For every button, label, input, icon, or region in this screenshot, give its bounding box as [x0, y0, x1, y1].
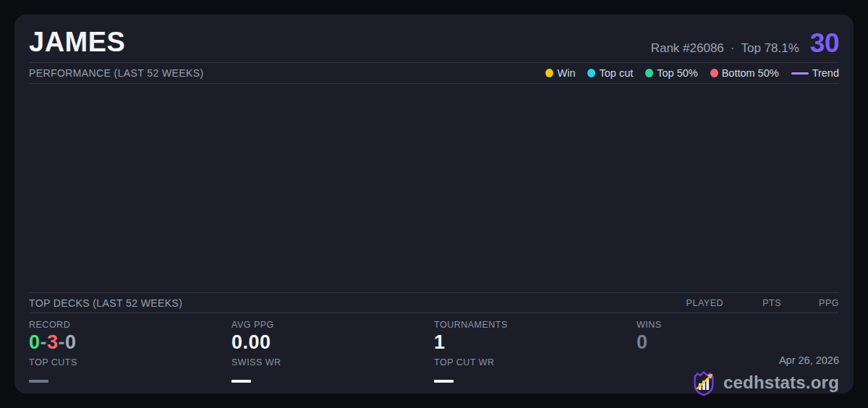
player-stats-card: JAMES Rank #26086 · Top 78.1% 30 PERFORM…	[14, 14, 854, 394]
rank-label: Rank #26086	[651, 41, 724, 56]
stats-grid: RECORD 0-3-0 TOP CUTS AVG PPG 0.00 SWISS…	[29, 313, 839, 394]
top-cut-dot-icon	[587, 69, 595, 77]
performance-title: PERFORMANCE (LAST 52 WEEKS)	[29, 67, 204, 79]
card-footer: Apr 26, 2026 cedhstats.org	[690, 354, 839, 396]
card-header: JAMES Rank #26086 · Top 78.1% 30	[14, 14, 854, 62]
record-label: RECORD	[29, 320, 70, 330]
top-cuts-label: TOP CUTS	[29, 357, 77, 367]
dot-separator: ·	[731, 41, 735, 56]
win-dot-icon	[545, 69, 553, 77]
legend-item-bottom-50[interactable]: Bottom 50%	[710, 67, 779, 79]
top-cut-wr-empty-value	[434, 380, 454, 383]
tournaments-label: TOURNAMENTS	[434, 320, 508, 330]
avg-ppg-label: AVG PPG	[231, 320, 274, 330]
legend-label-trend: Trend	[812, 67, 839, 79]
top-decks-column-headers: PLAYED PTS PPG	[665, 298, 839, 308]
top-cuts-empty-value	[29, 380, 48, 383]
top-percent-label: Top 78.1%	[741, 41, 799, 56]
legend-label-top-cut: Top cut	[599, 67, 633, 79]
performance-chart-area	[14, 84, 854, 292]
stat-avg-ppg: AVG PPG 0.00 SWISS WR	[231, 313, 434, 394]
record-value: 0-3-0	[29, 333, 77, 352]
legend-item-win[interactable]: Win	[545, 67, 575, 79]
player-score: 30	[810, 32, 839, 54]
legend-item-trend[interactable]: Trend	[791, 67, 839, 79]
page-title: JAMES	[29, 28, 125, 56]
column-header-pts: PTS	[723, 298, 781, 308]
avg-ppg-value: 0.00	[231, 333, 271, 352]
bottom-50-dot-icon	[710, 69, 718, 77]
legend-label-win: Win	[557, 67, 575, 79]
wins-value: 0	[637, 333, 648, 352]
brand-row[interactable]: cedhstats.org	[690, 369, 839, 396]
top-50-dot-icon	[645, 69, 653, 77]
column-header-ppg: PPG	[781, 298, 839, 308]
swiss-wr-empty-value	[231, 380, 251, 383]
footer-date: Apr 26, 2026	[690, 354, 839, 366]
performance-section-header: PERFORMANCE (LAST 52 WEEKS) Win Top cut …	[29, 63, 839, 83]
top-decks-title: TOP DECKS (LAST 52 WEEKS)	[29, 297, 182, 309]
tournaments-value: 1	[434, 333, 446, 352]
record-draws: 0	[65, 331, 77, 353]
wins-label: WINS	[637, 320, 662, 330]
trend-line-icon	[791, 72, 809, 75]
top-cut-wr-label: TOP CUT WR	[434, 357, 494, 367]
legend-label-top-50: Top 50%	[657, 67, 697, 79]
chart-legend: Win Top cut Top 50% Bottom 50% Trend	[545, 67, 839, 79]
stat-record: RECORD 0-3-0 TOP CUTS	[29, 313, 231, 394]
top-decks-section-header: TOP DECKS (LAST 52 WEEKS) PLAYED PTS PPG	[29, 293, 839, 313]
record-separator: -	[41, 331, 48, 353]
legend-item-top-cut[interactable]: Top cut	[587, 67, 633, 79]
legend-label-bottom-50: Bottom 50%	[722, 67, 779, 79]
record-losses: 3	[47, 331, 59, 353]
legend-item-top-50[interactable]: Top 50%	[645, 67, 697, 79]
rank-summary: Rank #26086 · Top 78.1% 30	[651, 32, 839, 56]
column-header-played: PLAYED	[665, 298, 723, 308]
swiss-wr-label: SWISS WR	[231, 357, 281, 367]
stat-tournaments: TOURNAMENTS 1 TOP CUT WR	[434, 313, 637, 394]
record-wins: 0	[29, 331, 41, 353]
cedhstats-shield-logo-icon	[690, 369, 718, 396]
record-separator: -	[59, 331, 66, 353]
brand-name: cedhstats.org	[723, 374, 839, 391]
